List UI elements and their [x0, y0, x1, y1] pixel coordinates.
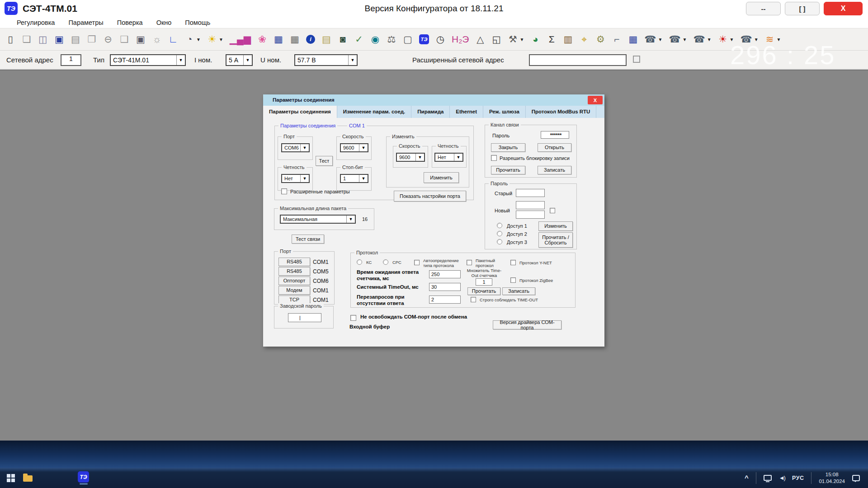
chevron-down-icon[interactable]: ▼ [359, 144, 368, 151]
parity-select[interactable]: Нет▼ [281, 174, 310, 183]
system-timeout-input[interactable]: 30 [429, 283, 461, 291]
chevron-down-icon[interactable]: ▼ [346, 216, 355, 223]
dropdown-arrow-icon[interactable]: ▼ [730, 37, 734, 42]
notification-chat-icon[interactable] [852, 475, 860, 481]
port-type-button[interactable]: RS485 [278, 267, 310, 276]
crc-radio[interactable] [383, 259, 388, 265]
auto-protocol-checkbox[interactable] [414, 260, 420, 265]
bell-icon[interactable]: △ ▼ [475, 34, 485, 45]
sum-icon[interactable]: Σ ▼ [547, 34, 557, 45]
eye-icon[interactable]: ◉ ▼ [370, 34, 380, 45]
taskbar-clock[interactable]: 15:08 01.04.2024 [819, 471, 845, 484]
tools-icon[interactable]: ⚒ ▼ [508, 34, 524, 45]
table-icon[interactable]: ▦ ▼ [290, 34, 300, 45]
chevron-down-icon[interactable]: ▼ [415, 154, 424, 161]
dropdown-arrow-icon[interactable]: ▼ [683, 37, 687, 42]
dialog-tab[interactable]: Параметры соединения [263, 106, 337, 118]
dialog-tab[interactable]: Пирамида [411, 106, 450, 118]
wifi-icon[interactable]: ≋ ▼ [765, 34, 781, 45]
channel-read-button[interactable]: Прочитать [491, 166, 525, 174]
language-indicator[interactable]: РУС [792, 475, 804, 481]
gear-doc-icon[interactable]: ⚙ ▼ [595, 34, 605, 45]
dropdown-arrow-icon[interactable]: ▼ [519, 37, 524, 42]
change-parity-select[interactable]: Нет▼ [434, 153, 463, 162]
stopwatch-icon[interactable]: ◷ ▼ [435, 34, 445, 45]
tray-speaker-icon[interactable]: ◄) [779, 474, 785, 481]
dialog-tab[interactable]: Изменение парам. соед. [337, 106, 412, 118]
requery-input[interactable]: 2 [429, 296, 461, 304]
print-icon[interactable]: ▤ ▼ [71, 34, 80, 45]
menu-item[interactable]: Регулировка [17, 19, 55, 26]
port-type-button[interactable]: Модем [278, 286, 310, 295]
books-icon[interactable]: ▥ ▼ [563, 34, 573, 45]
tray-monitor-icon[interactable] [764, 475, 772, 481]
clock-icon[interactable]: ◔ ▼ [184, 34, 201, 45]
packet-protocol-checkbox[interactable] [467, 260, 472, 265]
calendar-icon[interactable]: ▦ ▼ [274, 34, 283, 45]
tray-chevron-icon[interactable]: ^ [745, 474, 749, 482]
timeout-multiplier-input[interactable]: 1 [476, 278, 492, 286]
port-type-button[interactable]: RS485 [278, 258, 310, 266]
paste-icon[interactable]: ❑ ▼ [119, 34, 129, 45]
channel-open-button[interactable]: Открыть [538, 143, 571, 152]
zigbee-protocol-checkbox[interactable] [510, 277, 516, 283]
keep-com-checkbox[interactable] [350, 315, 356, 321]
chevron-down-icon[interactable]: ▼ [348, 55, 357, 65]
wait-time-input[interactable]: 250 [429, 270, 461, 278]
port-select[interactable]: COM6▼ [281, 143, 310, 152]
password-read-reset-button[interactable]: Прочитать / Сбросить [538, 232, 573, 248]
dialog-close-button[interactable]: X [588, 96, 603, 104]
pie-chart-icon[interactable]: ◕ ▼ [530, 34, 540, 45]
factory-password-input[interactable]: | [288, 313, 321, 322]
menu-item[interactable]: Поверка [117, 19, 143, 26]
lamp-icon[interactable]: ☀ ▼ [207, 34, 223, 45]
config-logo-icon[interactable]: ТЭ ▼ [419, 34, 429, 44]
broom-icon[interactable]: ✓ ▼ [354, 34, 364, 45]
channel-password-input[interactable]: ****** [541, 131, 569, 139]
bar-chart-icon[interactable]: ▁▄▆ ▼ [230, 34, 251, 45]
phone-2-icon[interactable]: ☎ ▼ [669, 34, 687, 45]
change-button[interactable]: Изменить [424, 172, 459, 183]
channel-close-button[interactable]: Закрыть [491, 143, 525, 152]
test-button[interactable]: Тест [316, 156, 333, 166]
link-test-button[interactable]: Тест связи [292, 235, 324, 244]
chevron-down-icon[interactable]: ▼ [359, 175, 368, 182]
extended-address-checkbox[interactable] [633, 56, 640, 63]
spark-icon[interactable]: ☼ ▼ [152, 34, 162, 45]
open-icon[interactable]: ❏ ▼ [22, 34, 32, 45]
strict-timeout-checkbox[interactable] [471, 297, 476, 302]
ynet-protocol-checkbox[interactable] [510, 260, 516, 265]
journal-icon[interactable]: ▤ ▼ [321, 34, 331, 45]
extended-address-input[interactable] [529, 54, 627, 66]
close-button[interactable]: X [824, 2, 863, 15]
probe-icon[interactable]: ∟ ▼ [168, 34, 178, 45]
dialog-tab[interactable]: Реж. шлюза [483, 106, 526, 118]
new-password-input-1[interactable] [516, 201, 545, 209]
dropdown-arrow-icon[interactable]: ▼ [707, 37, 712, 42]
password-change-button[interactable]: Изменить [538, 221, 573, 231]
explorer-folder-icon[interactable] [23, 475, 33, 482]
snapshot-icon[interactable]: ▣ ▼ [54, 34, 64, 45]
port-type-button[interactable]: Оптопорт [278, 277, 310, 285]
protocol-read-button[interactable]: Прочитать [467, 287, 500, 295]
balloons-icon[interactable]: ❀ ▼ [257, 34, 267, 45]
alarm-icon[interactable]: ☀ ▼ [718, 34, 734, 45]
dropdown-arrow-icon[interactable]: ▼ [196, 37, 201, 42]
inom-select[interactable]: 5 А▼ [226, 54, 253, 66]
dialog-titlebar[interactable]: Параметры соединения X [263, 94, 604, 106]
dialog-tab[interactable]: Протокол ModBus RTU [526, 106, 597, 118]
minimize-button[interactable]: -- [746, 2, 781, 15]
driver-version-button[interactable]: Версия драйвера СОМ-порта [493, 320, 561, 329]
menu-item[interactable]: Параметры [68, 19, 103, 26]
phone-4-icon[interactable]: ☎ ▼ [740, 34, 758, 45]
access-2-radio[interactable] [497, 231, 502, 236]
scales-icon[interactable]: ⚖ ▼ [387, 34, 396, 45]
h2e-icon[interactable]: Н₂Э ▼ [452, 34, 469, 45]
taskbar-app-button[interactable]: ТЭ [78, 471, 89, 484]
unom-select[interactable]: 57.7 В▼ [294, 54, 358, 66]
new-password-checkbox[interactable] [550, 208, 555, 213]
menu-item[interactable]: Помощь [185, 19, 210, 26]
network-address-input[interactable]: 1 [61, 54, 81, 66]
faucet-icon[interactable]: ⌐ ▼ [612, 34, 622, 45]
access-1-radio[interactable] [497, 223, 502, 228]
